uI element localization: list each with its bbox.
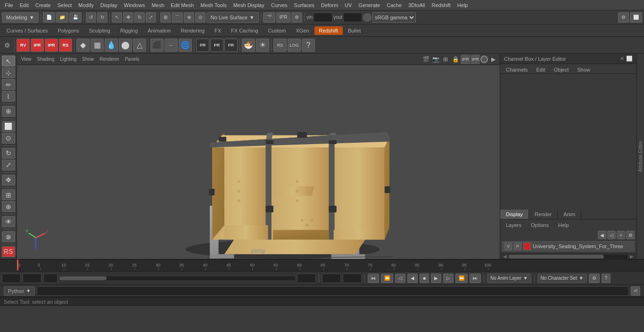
- viewport-show-menu[interactable]: Show: [80, 56, 96, 63]
- open-file-button[interactable]: 📁: [56, 12, 68, 23]
- python-dropdown[interactable]: Python ▼: [4, 286, 35, 296]
- layer-play-btn[interactable]: P: [514, 243, 521, 250]
- prev-key-button[interactable]: ◁: [395, 274, 405, 283]
- gamma-in-field[interactable]: 0.00: [314, 13, 332, 22]
- menu-deform[interactable]: Deform: [318, 1, 341, 9]
- menu-surfaces[interactable]: Surfaces: [291, 1, 317, 9]
- shelf-icon-sphere[interactable]: ⬤: [119, 39, 132, 52]
- vp-icon-circle[interactable]: [480, 56, 488, 63]
- no-live-surface-button[interactable]: No Live Surface ▼: [206, 12, 259, 23]
- menu-redshift[interactable]: Redshift: [429, 1, 453, 9]
- menu-help[interactable]: Help: [454, 1, 471, 9]
- char-set-help-btn[interactable]: ?: [602, 274, 611, 283]
- tab-animation[interactable]: Animation: [143, 26, 175, 35]
- save-file-button[interactable]: 💾: [69, 12, 82, 23]
- showhide-button[interactable]: 👁: [2, 216, 15, 227]
- snap-viewplane-button[interactable]: ⊙: [195, 12, 206, 23]
- viewport-panels-menu[interactable]: Panels: [123, 56, 142, 63]
- menu-windows[interactable]: Windows: [121, 1, 148, 9]
- settings-button[interactable]: ⚙: [618, 12, 629, 23]
- playback-end-field[interactable]: 200: [343, 274, 362, 283]
- scale-tool-left[interactable]: ⤢: [2, 160, 15, 170]
- ipr-button[interactable]: IPR: [276, 12, 291, 23]
- tab-xgen[interactable]: XGen: [291, 26, 314, 35]
- timeline-slider[interactable]: [59, 276, 295, 280]
- next-frame-button[interactable]: ⏩: [455, 274, 468, 283]
- rotate-tool-left[interactable]: ↻: [2, 148, 15, 159]
- snap-point-button[interactable]: ⊕: [184, 12, 194, 23]
- attribute-editor-tab[interactable]: Attribute Editor: [636, 54, 644, 259]
- scroll-track[interactable]: [509, 255, 628, 259]
- prev-frame-button[interactable]: ⏪: [381, 274, 393, 283]
- snap-curve-button[interactable]: ⌒: [172, 12, 183, 23]
- python-input[interactable]: [37, 286, 629, 296]
- playback-start-field[interactable]: 120: [322, 274, 341, 283]
- tab-object[interactable]: Object: [550, 66, 572, 73]
- menu-uv[interactable]: UV: [342, 1, 355, 9]
- rotate-tool-button[interactable]: ↻: [134, 12, 145, 23]
- viewport-renderer-menu[interactable]: Renderer: [97, 56, 122, 63]
- shelf-icon-rv[interactable]: RV: [17, 39, 30, 52]
- select-mode-button[interactable]: ↖: [2, 56, 15, 66]
- shelf-icon-dash[interactable]: ⏤: [165, 39, 178, 52]
- redshift-icon-button[interactable]: RS: [2, 246, 15, 257]
- menu-generate[interactable]: Generate: [355, 1, 383, 9]
- shelf-settings-icon[interactable]: ⚙: [2, 39, 12, 52]
- color-mgmt-button[interactable]: [363, 13, 372, 22]
- plus-button[interactable]: ⊕: [2, 201, 15, 212]
- timeline-ruler[interactable]: 0 5 10 15 20 25 30 35 40 45 50: [17, 259, 500, 271]
- paint-button[interactable]: ✏: [2, 79, 15, 90]
- menu-edit-mesh[interactable]: Edit Mesh: [168, 1, 197, 9]
- shelf-icon-swirl[interactable]: 🌀: [179, 39, 192, 52]
- shelf-icon-drop[interactable]: 💧: [105, 39, 118, 52]
- mask-button[interactable]: ⬜: [2, 121, 15, 132]
- menu-file[interactable]: File: [2, 1, 16, 9]
- select-tool-button[interactable]: ↖: [112, 12, 122, 23]
- range-end-field[interactable]: 120: [297, 274, 316, 283]
- menu-create[interactable]: Create: [33, 1, 54, 9]
- vp-icon-grid[interactable]: ⊞: [441, 55, 450, 64]
- vp-icon-camera[interactable]: 📷: [431, 55, 440, 64]
- shelf-icon-pr2[interactable]: PR: [210, 39, 223, 52]
- tab-custom[interactable]: Custom: [264, 26, 291, 35]
- char-set-dropdown[interactable]: No Character Set ▼: [537, 274, 587, 283]
- tab-display[interactable]: Display: [500, 210, 529, 219]
- char-set-settings-btn[interactable]: ⚙: [589, 274, 600, 283]
- menu-edit[interactable]: Edit: [17, 1, 32, 9]
- python-run-btn[interactable]: ⏎: [631, 286, 640, 296]
- scroll-left-arrow[interactable]: ◀: [501, 254, 509, 259]
- redo-button[interactable]: ↻: [97, 12, 107, 23]
- lasso-button[interactable]: ⌇: [2, 91, 15, 102]
- render-view-button[interactable]: 🎬: [263, 12, 275, 23]
- vp-icon-render[interactable]: IPR: [461, 55, 470, 64]
- shelf-icon-rs[interactable]: RS: [59, 39, 72, 52]
- tab-channels[interactable]: Channels: [502, 66, 531, 73]
- shelf-icon-plane[interactable]: △: [133, 39, 146, 52]
- layers-add-btn[interactable]: +: [617, 231, 625, 239]
- tab-render[interactable]: Render: [529, 210, 558, 219]
- menu-modify[interactable]: Modify: [75, 1, 96, 9]
- layer-row-university[interactable]: V P University_Seating_System_For_Three: [502, 241, 635, 251]
- skip-end-button[interactable]: ⏭: [470, 274, 481, 283]
- viewport-3d[interactable]: X Y Z persp: [17, 65, 500, 259]
- shelf-icon-pr1[interactable]: PR: [196, 39, 209, 52]
- anim-layer-dropdown[interactable]: No Anim Layer ▼: [487, 274, 531, 283]
- viewport-view-menu[interactable]: View: [19, 56, 34, 63]
- tab-rendering[interactable]: Rendering: [176, 26, 209, 35]
- vp-icon-arrow[interactable]: ▶: [488, 55, 498, 64]
- shelf-icon-rs-mat[interactable]: RS: [273, 39, 287, 52]
- next-key-button[interactable]: ▷: [443, 274, 454, 283]
- rp-close-icon[interactable]: ✕: [620, 56, 624, 62]
- snap-grid-button[interactable]: ⊞: [160, 12, 171, 23]
- vp-icon-lock[interactable]: 🔒: [451, 55, 460, 64]
- menu-curves[interactable]: Curves: [268, 1, 290, 9]
- frame-field2[interactable]: 1: [23, 274, 41, 283]
- snap-button[interactable]: ⊕: [2, 106, 15, 117]
- plus-minus-button[interactable]: ⊞: [2, 189, 15, 200]
- tab-polygons[interactable]: Polygons: [53, 26, 83, 35]
- tab-fx-caching[interactable]: FX Caching: [226, 26, 263, 35]
- menu-select[interactable]: Select: [55, 1, 75, 9]
- move-tool-button[interactable]: ✥: [123, 12, 133, 23]
- horizontal-scrollbar[interactable]: ◀ ▶: [500, 253, 636, 259]
- shelf-icon-help[interactable]: ?: [302, 39, 315, 52]
